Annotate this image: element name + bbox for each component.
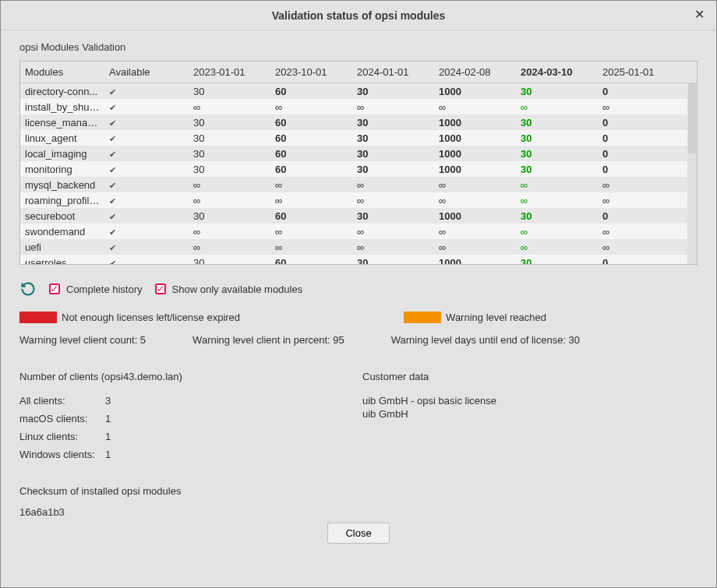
th-available[interactable]: Available [104, 63, 189, 81]
info-columns: Number of clients (opsi43.demo.lan) All … [19, 371, 698, 518]
th-modules[interactable]: Modules [20, 63, 104, 81]
cell-value: ∞ [270, 194, 352, 207]
th-date-5[interactable]: 2025-01-01 [598, 63, 680, 81]
cell-value: ∞ [352, 178, 434, 192]
table-row[interactable]: linux_agent✔3060301000300 [20, 130, 697, 146]
cell-module-name: mysql_backend [20, 178, 104, 192]
check-icon: ✔ [109, 227, 116, 237]
cell-value: 1000 [434, 132, 516, 145]
cell-value: ∞ [189, 178, 270, 192]
table-row[interactable]: uefi✔∞∞∞∞∞∞ [20, 239, 697, 255]
cell-value: 1000 [434, 85, 516, 98]
cell-value: 0 [598, 256, 680, 266]
th-date-0[interactable]: 2023-01-01 [189, 63, 270, 81]
cell-available: ✔ [104, 178, 189, 192]
modules-table: Modules Available 2023-01-01 2023-10-01 … [19, 61, 698, 265]
cell-value: ∞ [434, 241, 516, 254]
cell-value: ∞ [189, 194, 270, 207]
th-date-4[interactable]: 2024-03-10 [516, 63, 598, 81]
scrollbar-thumb[interactable] [688, 83, 696, 153]
checkbox-complete-history[interactable]: ✓ Complete history [49, 283, 143, 295]
checkbox-show-available[interactable]: ✓ Show only available modules [155, 283, 303, 295]
cell-value: ∞ [352, 225, 434, 238]
cell-available: ✔ [104, 163, 189, 176]
cell-value: 30 [516, 163, 598, 176]
warning-percent: Warning level client in percent: 95 [192, 334, 344, 346]
cell-value: 60 [270, 209, 352, 223]
table-row[interactable]: secureboot✔3060301000300 [20, 208, 697, 224]
check-icon: ✔ [109, 243, 116, 252]
window-title: Validation status of opsi modules [272, 9, 445, 22]
cell-value: 30 [516, 147, 598, 160]
cell-value: ∞ [434, 194, 516, 207]
table-row[interactable]: local_imaging✔3060301000300 [20, 146, 697, 161]
customer-header: Customer data [362, 371, 698, 382]
cell-value: 30 [516, 132, 598, 145]
checkbox-box: ✓ [49, 283, 60, 294]
check-icon: ✔ [109, 103, 116, 112]
cell-value: 30 [189, 85, 270, 98]
cell-value: ∞ [189, 241, 270, 254]
check-icon: ✔ [109, 118, 116, 128]
cell-value: 60 [270, 85, 352, 98]
cell-value: 30 [352, 85, 434, 98]
cell-value: 30 [189, 147, 270, 160]
cell-value: 0 [598, 147, 680, 160]
checksum-block: Checksum of installed opsi modules 16a6a… [19, 485, 316, 518]
cell-module-name: secureboot [20, 209, 104, 223]
cell-value: ∞ [189, 100, 270, 114]
close-button[interactable]: Close [327, 523, 389, 544]
table-row[interactable]: roaming_profiles✔∞∞∞∞∞∞ [20, 192, 697, 208]
table-row[interactable]: swondemand✔∞∞∞∞∞∞ [20, 224, 697, 239]
client-value: 1 [105, 431, 129, 442]
table-row[interactable]: monitoring✔3060301000300 [20, 161, 697, 177]
client-value: 1 [105, 413, 129, 424]
table-row[interactable]: install_by_shut...✔∞∞∞∞∞∞ [20, 99, 697, 114]
dialog-window: Validation status of opsi modules ✕ opsi… [0, 0, 717, 588]
checkbox-label: Complete history [66, 283, 143, 295]
dialog-footer: Close [19, 518, 698, 547]
cell-available: ✔ [104, 256, 189, 266]
check-icon: ✔ [109, 87, 116, 97]
check-icon: ✔ [109, 150, 116, 159]
cell-value: 30 [189, 132, 270, 145]
cell-available: ✔ [104, 132, 189, 145]
section-title: opsi Modules Validation [19, 41, 698, 53]
cell-available: ✔ [104, 194, 189, 207]
refresh-icon[interactable] [19, 280, 37, 298]
table-row[interactable]: directory-conn...✔3060301000300 [20, 83, 697, 99]
cell-module-name: local_imaging [20, 147, 104, 160]
th-date-3[interactable]: 2024-02-08 [434, 63, 516, 81]
cell-value: ∞ [270, 225, 352, 238]
cell-value: ∞ [352, 241, 434, 254]
warning-days: Warning level days until end of license:… [391, 334, 580, 346]
cell-module-name: swondemand [20, 225, 104, 238]
client-label: Windows clients: [19, 449, 105, 460]
cell-value: 30 [189, 209, 270, 223]
clients-info: Number of clients (opsi43.demo.lan) All … [19, 371, 316, 518]
cell-available: ✔ [104, 116, 189, 129]
cell-value: 30 [352, 147, 434, 160]
checksum-value: 16a6a1b3 [19, 506, 316, 518]
cell-available: ✔ [104, 225, 189, 238]
check-icon: ✔ [109, 181, 116, 190]
cell-available: ✔ [104, 85, 189, 98]
cell-value: ∞ [270, 178, 352, 192]
client-value: 3 [105, 395, 129, 407]
table-row[interactable]: userroles✔3060301000300 [20, 255, 697, 265]
cell-value: ∞ [270, 100, 352, 114]
legend-orange-label: Warning level reached [446, 312, 546, 323]
cell-value: ∞ [516, 178, 598, 192]
controls-row: ✓ Complete history ✓ Show only available… [19, 280, 698, 298]
scrollbar[interactable] [687, 83, 697, 264]
checksum-label: Checksum of installed opsi modules [19, 485, 316, 497]
customer-info: Customer data uib GmbH - opsi basic lice… [362, 371, 698, 518]
table-row[interactable]: license_manag...✔3060301000300 [20, 114, 697, 130]
close-icon[interactable]: ✕ [691, 7, 707, 23]
cell-value: 60 [270, 132, 352, 145]
table-row[interactable]: mysql_backend✔∞∞∞∞∞∞ [20, 177, 697, 192]
th-date-2[interactable]: 2024-01-01 [352, 63, 434, 81]
th-date-1[interactable]: 2023-10-01 [270, 63, 352, 81]
cell-value: 30 [352, 256, 434, 266]
cell-value: 1000 [434, 163, 516, 176]
